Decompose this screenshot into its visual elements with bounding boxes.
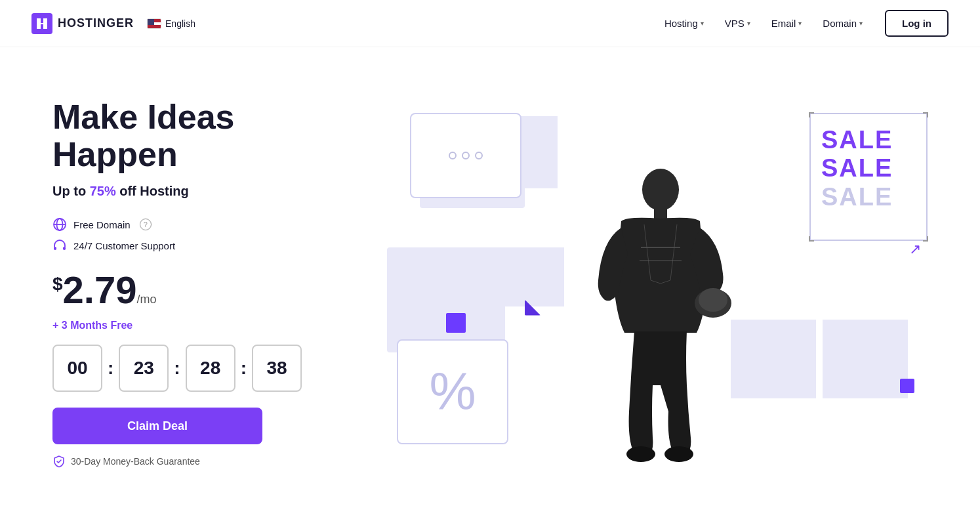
sale-line-2: SALE	[821, 154, 916, 183]
colon-separator: :	[239, 358, 248, 379]
globe-icon	[52, 217, 67, 232]
main-content: Make Ideas Happen Up to 75% off Hosting …	[0, 47, 980, 506]
person-svg	[575, 162, 746, 464]
sale-inner: SALE SALE SALE	[811, 114, 926, 224]
sale-line-3: SALE	[821, 183, 916, 212]
feature-support: 24/7 Customer Support	[52, 238, 367, 253]
discount-text: 75%	[90, 184, 116, 198]
browser-dot-2	[462, 152, 470, 159]
svg-point-9	[699, 288, 727, 312]
svg-point-6	[642, 169, 679, 211]
nav-vps-label: VPS	[725, 18, 745, 29]
cursor-icon: ↗	[909, 241, 921, 258]
nav-hosting-label: Hosting	[664, 18, 698, 29]
chevron-down-icon: ▾	[798, 20, 802, 27]
nav-email-label: Email	[771, 18, 796, 29]
price-value: 2.79	[63, 268, 137, 311]
logo[interactable]: HOSTINGER	[31, 13, 134, 34]
sale-line-1: SALE	[821, 126, 916, 155]
claim-deal-button[interactable]: Claim Deal	[52, 408, 262, 444]
logo-icon	[31, 13, 52, 34]
svg-rect-7	[654, 207, 667, 219]
countdown-frames: 38	[252, 345, 302, 392]
sale-box: SALE SALE SALE	[809, 113, 928, 241]
countdown-minutes: 23	[119, 345, 169, 392]
feature-domain: Free Domain ?	[52, 217, 367, 232]
bg-square-3	[387, 247, 505, 352]
purple-square-1	[446, 313, 466, 333]
purple-square-3	[900, 379, 914, 393]
hero-left: Make Ideas Happen Up to 75% off Hosting …	[52, 98, 367, 468]
bg-square-4	[499, 247, 564, 306]
bg-square-5	[823, 320, 908, 398]
hero-headline: Make Ideas Happen	[52, 98, 367, 173]
hero-person	[569, 149, 752, 464]
corner-tr	[923, 112, 928, 117]
subheadline-prefix: Up to	[52, 184, 90, 198]
countdown-hours: 00	[52, 345, 102, 392]
browser-dot-1	[449, 152, 457, 159]
countdown-seconds: 28	[186, 345, 235, 392]
subheadline-suffix: off Hosting	[116, 184, 189, 198]
corner-bl	[809, 236, 814, 242]
svg-rect-4	[54, 247, 56, 250]
nav-item-email[interactable]: Email ▾	[762, 12, 811, 34]
feature-domain-label: Free Domain	[73, 219, 131, 230]
nav-domain-label: Domain	[823, 18, 857, 29]
help-icon[interactable]: ?	[140, 219, 152, 230]
logo-text: HOSTINGER	[58, 16, 134, 30]
browser-dot-3	[475, 152, 483, 159]
svg-point-11	[664, 446, 693, 462]
headset-icon	[52, 238, 67, 253]
nav-item-domain[interactable]: Domain ▾	[813, 12, 872, 34]
browser-dots	[449, 152, 483, 159]
chevron-down-icon: ▾	[859, 20, 863, 27]
nav-left: HOSTINGER English	[31, 13, 195, 34]
login-button[interactable]: Log in	[885, 10, 949, 37]
colon-separator: :	[173, 358, 181, 379]
colon-separator: :	[106, 358, 115, 379]
nav-item-vps[interactable]: VPS ▾	[716, 12, 760, 34]
percent-box: %	[397, 339, 508, 444]
free-months-label: + 3 Months Free	[52, 320, 367, 331]
browser-mockup	[410, 113, 521, 198]
percent-symbol: %	[429, 366, 476, 418]
hero-subheadline: Up to 75% off Hosting	[52, 184, 367, 199]
language-label: English	[165, 18, 195, 29]
price-currency: $	[52, 274, 63, 294]
chevron-down-icon: ▾	[747, 20, 750, 27]
guarantee-text: 30-Day Money-Back Guarantee	[52, 455, 367, 468]
nav-menu: Hosting ▾ VPS ▾ Email ▾ Domain ▾	[655, 12, 872, 34]
guarantee-label: 30-Day Money-Back Guarantee	[71, 456, 200, 467]
navbar: HOSTINGER English Hosting ▾ VPS ▾ Email …	[0, 0, 980, 47]
flag-icon	[147, 18, 161, 29]
feature-support-label: 24/7 Customer Support	[73, 240, 175, 251]
countdown-timer: 00 : 23 : 28 : 38	[52, 345, 367, 392]
svg-point-10	[626, 446, 655, 462]
corner-br	[923, 236, 928, 242]
language-selector[interactable]: English	[147, 18, 195, 29]
nav-item-hosting[interactable]: Hosting ▾	[655, 12, 713, 34]
price-section: $2.79/mo	[52, 271, 367, 309]
nav-right: Hosting ▾ VPS ▾ Email ▾ Domain ▾ Log in	[655, 10, 949, 37]
features-list: Free Domain ? 24/7 Customer Support	[52, 217, 367, 253]
chevron-down-icon: ▾	[701, 20, 704, 27]
price-period: /mo	[136, 293, 156, 306]
shield-icon	[52, 455, 66, 468]
svg-rect-5	[63, 247, 66, 250]
corner-tl	[809, 112, 814, 117]
price-display: $2.79/mo	[52, 268, 156, 311]
hero-visual: % SALE SALE SALE ↗	[394, 103, 928, 464]
